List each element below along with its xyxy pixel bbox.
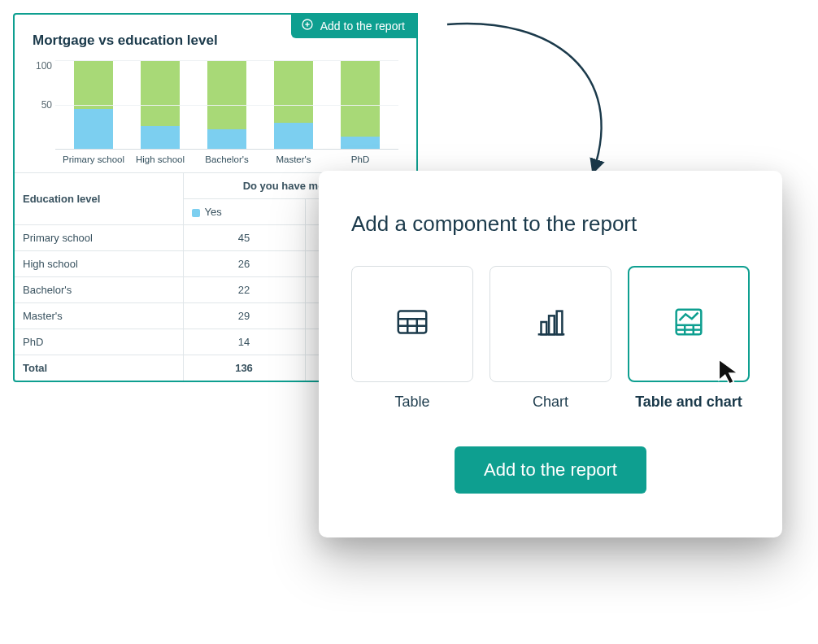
row-label: High school xyxy=(15,251,183,277)
col-yes-header: Yes xyxy=(183,199,305,225)
option-chart-label: Chart xyxy=(489,394,611,411)
svg-rect-11 xyxy=(557,311,563,335)
row-label: PhD xyxy=(15,329,183,355)
x-tick-label: High school xyxy=(127,154,194,164)
row-label: Bachelor's xyxy=(15,277,183,303)
x-tick-label: Bachelor's xyxy=(194,154,260,164)
x-tick-label: Master's xyxy=(260,154,327,164)
modal-title: Add a component to the report xyxy=(351,211,750,237)
bar-chart-icon xyxy=(532,303,569,344)
x-tick-label: PhD xyxy=(327,154,394,164)
cell-yes: 45 xyxy=(183,225,305,251)
option-table[interactable]: Table xyxy=(351,266,473,411)
chart-area: 100 50 xyxy=(33,60,398,150)
svg-rect-10 xyxy=(549,316,555,335)
stacked-bar-plot xyxy=(55,60,398,150)
cell-yes: 29 xyxy=(183,303,305,329)
row-label: Master's xyxy=(15,303,183,329)
option-both-label: Table and chart xyxy=(628,394,750,411)
x-tick-label: Primary school xyxy=(60,154,127,164)
add-to-report-tag-label: Add to the report xyxy=(320,20,405,33)
pointer-arrow xyxy=(439,8,650,179)
svg-rect-3 xyxy=(398,311,427,333)
add-to-report-tag[interactable]: Add to the report xyxy=(291,13,418,38)
option-table-and-chart[interactable]: Table and chart xyxy=(628,266,750,411)
plus-circle-icon xyxy=(301,18,314,33)
total-label: Total xyxy=(15,355,183,381)
table-icon xyxy=(394,303,431,344)
add-component-modal: Add a component to the report Table xyxy=(319,171,782,537)
svg-rect-9 xyxy=(542,322,547,334)
option-table-label: Table xyxy=(351,394,473,411)
table-and-chart-icon xyxy=(670,303,707,344)
row-header-label: Education level xyxy=(15,173,183,225)
y-tick: 50 xyxy=(33,99,52,111)
cell-yes: 22 xyxy=(183,277,305,303)
total-yes: 136 xyxy=(183,355,305,381)
row-label: Primary school xyxy=(15,225,183,251)
add-to-report-button[interactable]: Add to the report xyxy=(455,446,646,494)
y-tick: 100 xyxy=(33,60,52,72)
cell-yes: 14 xyxy=(183,329,305,355)
cell-yes: 26 xyxy=(183,251,305,277)
option-chart[interactable]: Chart xyxy=(489,266,611,411)
